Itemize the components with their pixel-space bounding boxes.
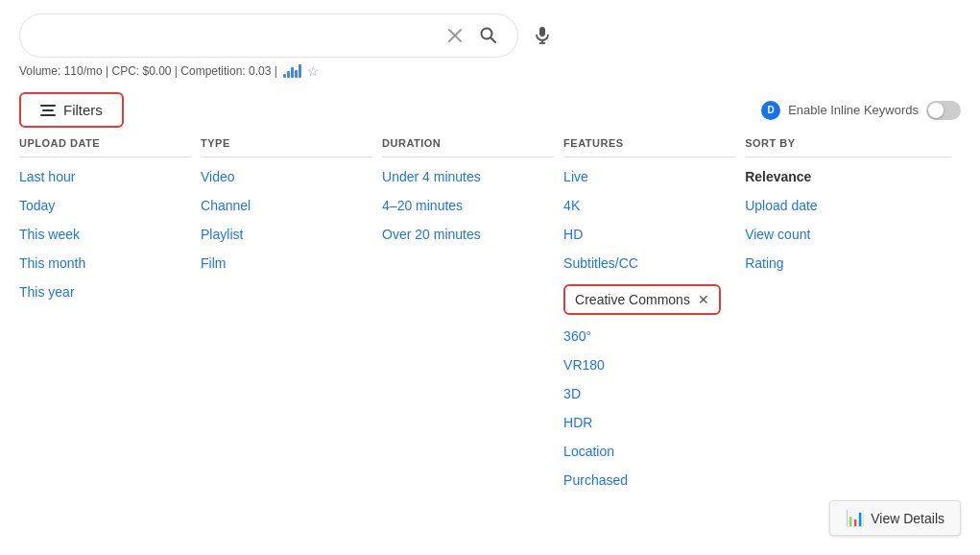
- enable-inline-label: Enable Inline Keywords: [788, 103, 919, 117]
- feature-subtitles[interactable]: Subtitles/CC: [563, 255, 735, 271]
- clear-icon: [446, 27, 464, 44]
- creative-commons-label: Creative Commons: [575, 292, 690, 307]
- feature-360[interactable]: 360°: [563, 328, 735, 344]
- filters-label: Filters: [63, 102, 103, 118]
- feature-3d[interactable]: 3D: [563, 386, 735, 401]
- upload-date-this-year[interactable]: This year: [19, 284, 191, 300]
- feature-location[interactable]: Location: [563, 444, 735, 459]
- duration-header: DURATION: [382, 137, 554, 157]
- search-area: videly review: [0, 0, 980, 63]
- view-details-icon: 📊: [846, 509, 865, 527]
- feature-vr180[interactable]: VR180: [563, 357, 735, 373]
- search-box: videly review: [19, 13, 518, 58]
- upload-date-header: UPLOAD DATE: [19, 137, 191, 157]
- type-video[interactable]: Video: [201, 169, 372, 184]
- type-channel[interactable]: Channel: [201, 198, 372, 213]
- filters-icon: [40, 105, 56, 116]
- search-icon: [479, 26, 498, 45]
- upload-date-last-hour[interactable]: Last hour: [19, 169, 191, 184]
- toolbar: Filters D Enable Inline Keywords: [0, 86, 980, 137]
- view-details-area: 📊 View Details: [829, 500, 961, 536]
- enable-inline-section: D Enable Inline Keywords: [761, 101, 961, 120]
- duration-under-4[interactable]: Under 4 minutes: [382, 169, 554, 184]
- feature-hdr[interactable]: HDR: [563, 415, 735, 430]
- filter-columns: UPLOAD DATE Last hour Today This week Th…: [0, 137, 980, 501]
- view-details-button[interactable]: 📊 View Details: [829, 500, 961, 536]
- type-film[interactable]: Film: [201, 255, 372, 271]
- sort-rating[interactable]: Rating: [745, 255, 951, 271]
- inline-keywords-toggle[interactable]: [926, 101, 961, 120]
- search-input[interactable]: videly review: [36, 27, 435, 44]
- mic-icon: [532, 25, 553, 46]
- svg-line-3: [491, 38, 496, 43]
- feature-purchased[interactable]: Purchased: [563, 472, 735, 488]
- close-creative-commons-icon[interactable]: ✕: [698, 293, 709, 306]
- upload-date-column: UPLOAD DATE Last hour Today This week Th…: [19, 137, 201, 501]
- search-button[interactable]: [475, 22, 502, 49]
- type-column: TYPE Video Channel Playlist Film: [201, 137, 382, 501]
- type-playlist[interactable]: Playlist: [201, 227, 372, 242]
- feature-hd[interactable]: HD: [563, 227, 735, 242]
- upload-date-today[interactable]: Today: [19, 198, 191, 213]
- sort-by-column: SORT BY Relevance Upload date View count…: [745, 137, 961, 501]
- upload-date-this-month[interactable]: This month: [19, 255, 191, 271]
- filters-button[interactable]: Filters: [19, 92, 124, 128]
- volume-text: Volume: 110/mo | CPC: $0.00 | Competitio…: [19, 64, 277, 78]
- feature-4k[interactable]: 4K: [563, 198, 735, 213]
- features-column: FEATURES Live 4K HD Subtitles/CC Creativ…: [563, 137, 745, 501]
- mic-button[interactable]: [528, 21, 557, 50]
- features-header: FEATURES: [563, 137, 735, 157]
- type-header: TYPE: [201, 137, 372, 157]
- inline-icon: D: [761, 101, 780, 120]
- duration-column: DURATION Under 4 minutes 4–20 minutes Ov…: [382, 137, 563, 501]
- star-icon: ☆: [307, 63, 320, 79]
- clear-search-button[interactable]: [442, 23, 467, 48]
- upload-date-this-week[interactable]: This week: [19, 227, 191, 242]
- sort-upload-date[interactable]: Upload date: [745, 198, 951, 213]
- chart-icon: [283, 64, 301, 78]
- sort-by-header: SORT BY: [745, 137, 951, 157]
- feature-creative-commons-selected[interactable]: Creative Commons ✕: [563, 284, 721, 315]
- toggle-thumb: [928, 103, 944, 118]
- duration-4-20[interactable]: 4–20 minutes: [382, 198, 554, 213]
- volume-bar: Volume: 110/mo | CPC: $0.00 | Competitio…: [0, 63, 980, 86]
- view-details-label: View Details: [871, 511, 944, 526]
- duration-over-20[interactable]: Over 20 minutes: [382, 227, 554, 242]
- feature-live[interactable]: Live: [563, 169, 735, 184]
- svg-rect-4: [539, 27, 545, 36]
- sort-relevance[interactable]: Relevance: [745, 169, 951, 184]
- sort-view-count[interactable]: View count: [745, 227, 951, 242]
